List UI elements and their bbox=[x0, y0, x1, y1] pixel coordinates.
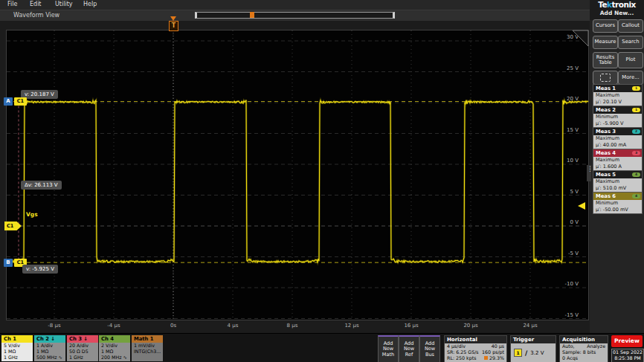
datetime-display: 01 Sep 2022 8:25:38 PM bbox=[611, 349, 644, 362]
meas-name: Meas 5 bbox=[596, 172, 616, 178]
meas-badge-1[interactable]: Meas 11 Maximumμ′: 20.10 V bbox=[593, 84, 643, 105]
svg-text:-8 μs: -8 μs bbox=[48, 323, 61, 329]
meas-source-pill: 1 bbox=[632, 108, 640, 112]
trigger-position-icon bbox=[484, 356, 488, 360]
meas-source-pill: 3 bbox=[632, 151, 640, 155]
meas-source-pill: 4 bbox=[632, 172, 640, 177]
meas-stat: Minimum bbox=[596, 200, 642, 207]
svg-text:25 V: 25 V bbox=[567, 65, 579, 71]
meas-name: Meas 6 bbox=[596, 193, 616, 199]
waveform-graticule[interactable]: 30 V25 V20 V15 V10 V5 V0 V-5 V-10 V-15 V… bbox=[6, 30, 589, 330]
channel-badge-ch2[interactable]: Ch 2 ↓ 1 A/div1 MΩ500 MHz ∿ bbox=[34, 335, 65, 361]
preview-button[interactable]: Preview bbox=[611, 335, 643, 347]
channel-name: Math 1 bbox=[134, 336, 154, 342]
bandwidth-limit-icon: ∿ bbox=[123, 355, 127, 360]
channel-name: Ch 2 bbox=[36, 336, 49, 342]
meas-stat: Maximum bbox=[596, 178, 642, 185]
horizontal-panel[interactable]: Horizontal 4 μs/div40 μs SR: 6.25 GS/s16… bbox=[444, 335, 507, 361]
svg-text:-15 V: -15 V bbox=[565, 312, 579, 318]
brand-area: Tektronix Add New... bbox=[590, 0, 644, 20]
bandwidth-limit-icon: ∿ bbox=[59, 355, 62, 360]
channel-badge-ch4[interactable]: Ch 4 2 V/div1 MΩ200 MHz ∿ bbox=[99, 335, 130, 361]
meas-value: μ′: 510.0 mV bbox=[596, 185, 642, 192]
tab-waveform-view[interactable]: Waveform View bbox=[13, 12, 59, 19]
meas-value: μ′: 1.600 A bbox=[596, 164, 642, 170]
meas-value: μ′: 20.10 V bbox=[596, 99, 642, 106]
oscilloscope-app: File Edit Utility Help Waveform View Tek… bbox=[0, 0, 644, 362]
svg-text:-10 V: -10 V bbox=[565, 281, 579, 287]
cursor-delta-readout[interactable]: Δv: 26.113 V bbox=[21, 181, 62, 190]
svg-text:-5 V: -5 V bbox=[568, 251, 579, 256]
results-table-button[interactable]: Results Table bbox=[593, 52, 618, 68]
cursor-a-badge[interactable]: A bbox=[4, 97, 13, 106]
svg-text:-4 μs: -4 μs bbox=[107, 323, 120, 329]
svg-text:0s: 0s bbox=[170, 323, 176, 329]
svg-text:10 V: 10 V bbox=[567, 158, 579, 164]
waveform-svg: 30 V25 V20 V15 V10 V5 V0 V-5 V-10 V-15 V… bbox=[6, 30, 589, 330]
time-label: 8:25:38 PM bbox=[612, 355, 643, 361]
add-new-bus-button[interactable]: Add New Bus bbox=[419, 335, 440, 362]
meas-badge-2[interactable]: Meas 21 Minimumμ′: -5.900 V bbox=[593, 106, 643, 126]
tektronix-logo: Tektronix bbox=[590, 0, 644, 9]
search-button[interactable]: Search bbox=[618, 36, 643, 49]
svg-text:0 V: 0 V bbox=[570, 219, 579, 225]
settings-bar: Ch 1 5 V/div1 MΩ1 GHz Ch 2 ↓ 1 A/div1 MΩ… bbox=[0, 333, 644, 362]
meas-source-pill: 2 bbox=[632, 129, 640, 134]
trigger-title: Trigger bbox=[510, 335, 556, 343]
zoom-mode-icon bbox=[600, 74, 611, 82]
svg-text:4 μs: 4 μs bbox=[228, 323, 239, 329]
trigger-level-arrow-icon[interactable] bbox=[578, 202, 585, 210]
plot-button[interactable]: Plot bbox=[618, 52, 643, 68]
meas-value: μ′: -50.00 mV bbox=[596, 207, 642, 213]
svg-text:16 μs: 16 μs bbox=[404, 323, 419, 329]
meas-value: μ′: 40.00 mA bbox=[596, 142, 642, 149]
svg-text:8 μs: 8 μs bbox=[287, 323, 298, 329]
more-button[interactable]: More... bbox=[618, 71, 643, 85]
menu-utility[interactable]: Utility bbox=[55, 1, 73, 7]
menu-file[interactable]: File bbox=[7, 1, 17, 7]
cursor-b-badge[interactable]: B bbox=[4, 259, 13, 267]
trigger-level-value: 3.2 V bbox=[530, 350, 544, 356]
meas-badge-5[interactable]: Meas 54 Maximumμ′: 510.0 mV bbox=[593, 170, 643, 191]
meas-stat: Maximum bbox=[596, 135, 642, 142]
meas-badge-3[interactable]: Meas 32 Maximumμ′: 40.00 mA bbox=[593, 127, 643, 148]
math-badge[interactable]: Math 1 1 mV/divINTG(Ch3... bbox=[132, 335, 163, 361]
menu-help[interactable]: Help bbox=[83, 1, 97, 7]
meas-name: Meas 4 bbox=[596, 150, 616, 156]
menu-edit[interactable]: Edit bbox=[30, 1, 42, 7]
svg-text:24 μs: 24 μs bbox=[523, 323, 538, 329]
date-label: 01 Sep 2022 bbox=[612, 349, 643, 355]
cursor-b-readout[interactable]: v: -5.925 V bbox=[22, 265, 58, 274]
meas-name: Meas 3 bbox=[596, 129, 616, 135]
meas-badge-6[interactable]: Meas 64 Minimumμ′: -50.00 mV bbox=[593, 192, 643, 213]
record-view-trigger-marker[interactable] bbox=[250, 12, 254, 18]
meas-stat: Maximum bbox=[596, 92, 642, 99]
measure-button[interactable]: Measure bbox=[593, 36, 618, 49]
channel-badge-ch1[interactable]: Ch 1 5 V/div1 MΩ1 GHz bbox=[1, 335, 33, 361]
graticule-drag-handle[interactable]: ⋮ bbox=[587, 165, 591, 181]
trigger-slope-icon: ∕ bbox=[525, 349, 527, 357]
meas-stat: Minimum bbox=[596, 114, 642, 120]
acquisition-panel[interactable]: Acquisition Auto,Analyze Sample: 8 bits … bbox=[559, 335, 608, 361]
meas-badge-4[interactable]: Meas 43 Maximumμ′: 1.600 A bbox=[593, 149, 643, 169]
channel-name: Ch 3 bbox=[69, 336, 82, 342]
add-new-ref-button[interactable]: Add New Ref bbox=[399, 335, 419, 362]
clipping-arrow-icon: ↓ bbox=[51, 336, 55, 342]
zoom-mode-button[interactable] bbox=[593, 71, 618, 85]
add-new-label[interactable]: Add New... bbox=[590, 9, 644, 17]
meas-value: μ′: -5.900 V bbox=[596, 120, 642, 127]
add-new-math-button[interactable]: Add New Math bbox=[378, 335, 399, 362]
trigger-panel[interactable]: Trigger 1 ∕ 3.2 V bbox=[510, 335, 556, 361]
meas-name: Meas 2 bbox=[596, 107, 616, 113]
signal-name-label: Vgs bbox=[26, 211, 38, 218]
channel-badge-ch3[interactable]: Ch 3 ↓ 20 A/div50 Ω D51 GHz bbox=[67, 335, 98, 361]
clipping-arrow-icon: ↓ bbox=[83, 336, 88, 342]
cursor-a-source-tag: C1 bbox=[14, 97, 27, 106]
record-view-bar[interactable] bbox=[195, 12, 395, 19]
cursors-button[interactable]: Cursors bbox=[593, 19, 618, 33]
meas-source-pill: 4 bbox=[632, 194, 640, 198]
callout-button[interactable]: Callout bbox=[618, 19, 643, 33]
channel-name: Ch 1 bbox=[4, 336, 16, 342]
trigger-position-flag[interactable]: T bbox=[169, 21, 178, 31]
acquisition-title: Acquisition bbox=[559, 335, 608, 343]
